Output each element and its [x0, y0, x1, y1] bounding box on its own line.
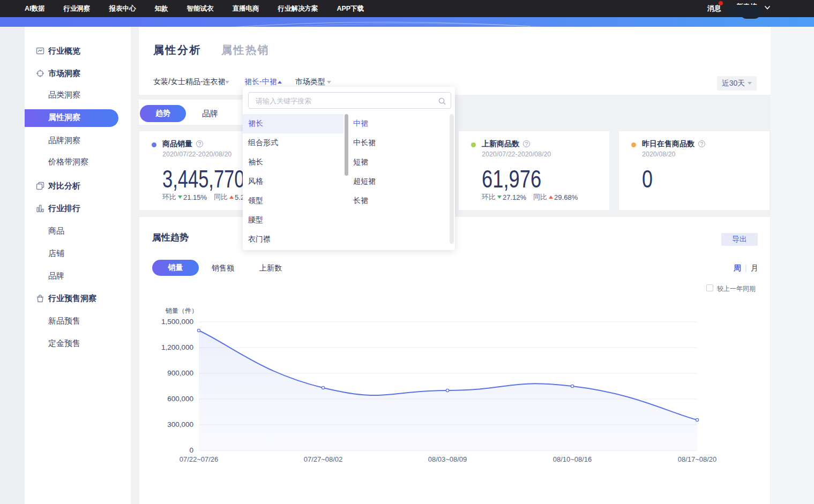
svg-text:08/17~08/20: 08/17~08/20	[678, 455, 717, 463]
svg-text:08/03~08/09: 08/03~08/09	[428, 455, 467, 463]
svg-text:600,000: 600,000	[167, 395, 193, 403]
svg-text:900,000: 900,000	[167, 369, 193, 377]
svg-text:销量（件）: 销量（件）	[165, 307, 198, 314]
svg-text:300,000: 300,000	[167, 420, 193, 428]
svg-text:1,200,000: 1,200,000	[161, 343, 193, 351]
svg-text:1,500,000: 1,500,000	[161, 318, 193, 326]
svg-text:07/22~07/26: 07/22~07/26	[180, 455, 219, 463]
svg-text:07/27~08/02: 07/27~08/02	[304, 455, 343, 463]
svg-text:08/10~08/16: 08/10~08/16	[553, 455, 592, 463]
svg-text:0: 0	[189, 446, 193, 454]
